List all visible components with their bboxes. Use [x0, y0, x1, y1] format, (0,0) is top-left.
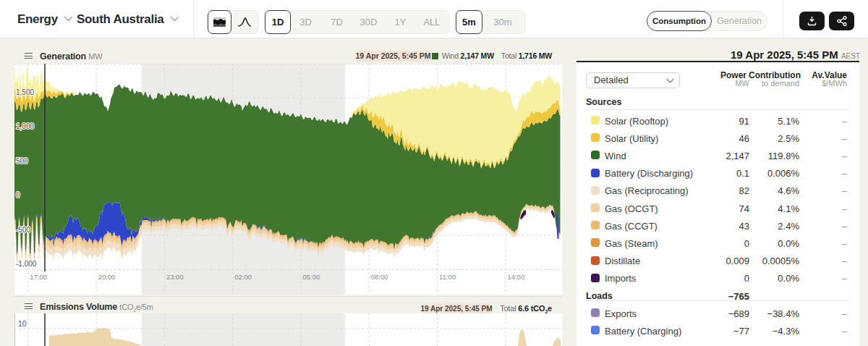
svg-text:05:00: 05:00: [303, 273, 320, 281]
svg-text:1,500: 1,500: [16, 88, 34, 96]
svg-text:08:00: 08:00: [371, 273, 388, 281]
svg-text:17:00: 17:00: [30, 273, 47, 281]
svg-text:-500: -500: [16, 226, 30, 234]
svg-text:23:00: 23:00: [166, 273, 184, 281]
svg-text:14:00: 14:00: [507, 273, 524, 281]
svg-text:-1,000: -1,000: [16, 260, 37, 268]
svg-text:10: 10: [18, 319, 27, 328]
svg-text:20:00: 20:00: [98, 273, 116, 281]
svg-text:0: 0: [16, 191, 20, 199]
svg-text:1,000: 1,000: [16, 122, 34, 130]
svg-text:11:00: 11:00: [439, 273, 456, 281]
svg-text:02:00: 02:00: [234, 273, 252, 281]
svg-text:500: 500: [16, 157, 28, 165]
